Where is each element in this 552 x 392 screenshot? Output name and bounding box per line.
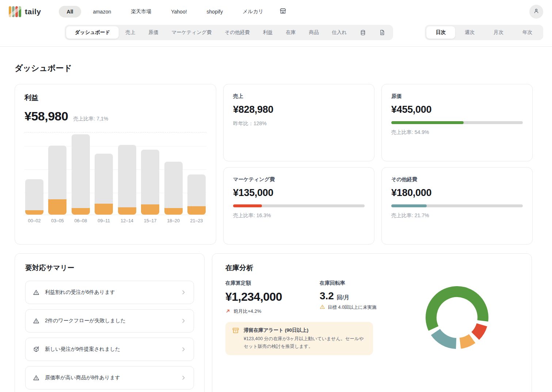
list-item-text: 利益割れの受注が6件あります	[45, 289, 115, 296]
channel-tab-store[interactable]	[275, 5, 291, 19]
list-item[interactable]: 2件のワークフローが失敗しました	[25, 309, 194, 333]
list-item-text: 2件のワークフローが失敗しました	[45, 318, 126, 324]
nav-tab-マーケティング費[interactable]: マーケティング費	[165, 26, 218, 39]
main-content: ダッシュボード 利益 ¥58,980 売上比率: 7,1% 00–0203–05…	[0, 47, 552, 392]
bar-profit-segment	[164, 208, 183, 215]
nav-tab-ダッシュボード[interactable]: ダッシュボード	[66, 26, 119, 39]
person-icon	[533, 8, 540, 16]
action-summary-title: 要対応サマリー	[25, 263, 194, 273]
warning-icon	[320, 304, 325, 311]
other-expense-card: その他経費 ¥180,000 売上比率: 21.7%	[381, 167, 533, 245]
bar-21–23	[187, 174, 206, 215]
alert-body: ¥123,400 分の在庫が3ヶ月以上動いていません。セールやセット販売の検討を…	[244, 335, 366, 350]
action-summary-list: 利益割れの受注が6件あります2件のワークフローが失敗しました新しい発注が9件提案…	[25, 281, 194, 389]
bar-profit-segment	[141, 204, 159, 215]
inventory-title: 在庫分析	[225, 263, 518, 273]
x-tick-label: 03–05	[48, 218, 66, 223]
nav-document-icon[interactable]	[373, 27, 392, 38]
other-expense-sub: 売上比率: 21.7%	[391, 212, 523, 219]
bar-profit-segment	[72, 208, 90, 215]
x-tick-label: 00–02	[25, 218, 43, 223]
nav-tab-利益[interactable]: 利益	[256, 26, 279, 39]
action-summary-card: 要対応サマリー 利益割れの受注が6件あります2件のワークフローが失敗しました新し…	[15, 253, 205, 392]
list-item[interactable]: 利益割れの受注が6件あります	[25, 281, 194, 304]
channel-tab-shopify[interactable]: shopify	[199, 6, 231, 18]
marketing-card: マーケティング費 ¥135,000 売上比率: 16.3%	[223, 167, 374, 245]
channel-tab-楽天市場[interactable]: 楽天市場	[123, 5, 159, 18]
period-tab-月次[interactable]: 月次	[484, 26, 513, 39]
cost-card: 原価 ¥455,000 売上比率: 54.9%	[381, 84, 533, 161]
period-tabs: 日次週次月次年次	[425, 25, 543, 40]
alert-title: 滞留在庫アラート (90日以上)	[244, 327, 366, 334]
cost-progress-bar	[391, 121, 523, 124]
taily-logo-icon	[9, 6, 21, 17]
marketing-label: マーケティング費	[233, 176, 365, 183]
chevron-right-icon	[180, 375, 186, 381]
nav-tab-商品[interactable]: 商品	[302, 26, 325, 39]
inventory-turnover-label: 在庫回転率	[320, 280, 377, 287]
bar-profit-segment	[48, 199, 66, 215]
bar-chart-x-labels: 00–0203–0506–0809–1112–1415–1718–2021–23	[24, 218, 206, 223]
channel-tab-メルカリ[interactable]: メルカリ	[235, 5, 271, 18]
bar-profit-segment	[95, 204, 113, 215]
profit-hourly-bar-chart	[24, 135, 206, 215]
period-tab-年次[interactable]: 年次	[513, 26, 542, 39]
bar-profit-segment	[25, 210, 43, 215]
inventory-turnover-warning: 目標 4.0回以上に未実施	[328, 304, 377, 311]
bar-profit-segment	[187, 206, 206, 215]
storefront-icon	[279, 8, 286, 16]
list-item[interactable]: 新しい発注が9件提案されました	[25, 338, 194, 361]
brand-name: taily	[25, 7, 41, 16]
stagnant-stock-alert: 滞留在庫アラート (90日以上) ¥123,400 分の在庫が3ヶ月以上動いてい…	[225, 322, 373, 355]
channel-tab-all[interactable]: All	[59, 6, 81, 18]
channel-tab-Yahoo![interactable]: Yahoo!	[163, 6, 195, 18]
inventory-turnover-unit: 回/月	[337, 294, 349, 301]
profit-card-title: 利益	[24, 93, 206, 103]
bar-06–08	[72, 134, 90, 215]
bar-18–20	[164, 162, 183, 215]
nav-tab-仕入れ[interactable]: 仕入れ	[325, 26, 353, 39]
other-expense-value: ¥180,000	[391, 187, 523, 199]
list-item[interactable]: 原価率が高い商品が8件あります	[25, 366, 194, 389]
user-avatar[interactable]	[529, 5, 543, 19]
top-bar: taily Allamazon楽天市場Yahoo!shopifyメルカリ	[0, 0, 552, 23]
channel-tab-amazon[interactable]: amazon	[85, 6, 119, 18]
cost-value: ¥455,000	[391, 104, 523, 115]
list-item-text: 原価率が高い商品が8件あります	[45, 374, 120, 381]
divider	[24, 132, 206, 132]
sales-value: ¥828,980	[233, 104, 365, 115]
nav-tab-売上[interactable]: 売上	[119, 26, 142, 39]
sales-card: 売上 ¥828,980 昨年比：128%	[223, 84, 374, 161]
chevron-right-icon	[180, 318, 186, 324]
profit-ratio: 売上比率: 7,1%	[73, 116, 108, 122]
x-tick-label: 21–23	[187, 218, 206, 223]
bar-profit-segment	[118, 207, 136, 215]
app-header: taily Allamazon楽天市場Yahoo!shopifyメルカリ ダッシ…	[0, 0, 552, 47]
nav-database-icon[interactable]	[353, 27, 373, 39]
nav-tab-原価[interactable]: 原価	[142, 26, 165, 39]
chevron-right-icon	[180, 346, 186, 352]
warning-icon	[33, 289, 39, 296]
channel-tabs: Allamazon楽天市場Yahoo!shopifyメルカリ	[59, 5, 291, 19]
chevron-right-icon	[180, 289, 186, 295]
bar-03–05	[48, 146, 66, 215]
marketing-progress-bar	[233, 204, 365, 207]
period-tab-日次[interactable]: 日次	[426, 26, 455, 39]
warning-icon	[33, 318, 39, 324]
inventory-valuation-label: 在庫算定額	[225, 280, 320, 287]
sales-label: 売上	[233, 93, 365, 100]
x-tick-label: 12–14	[118, 218, 136, 223]
brand: taily	[9, 6, 41, 17]
bar-12–14	[118, 145, 136, 215]
archive-box-icon	[232, 327, 239, 350]
other-expense-progress-bar	[391, 204, 523, 207]
warning-icon	[33, 374, 39, 381]
period-tab-週次[interactable]: 週次	[455, 26, 484, 39]
page-title: ダッシュボード	[15, 63, 537, 74]
section-tabs: ダッシュボード売上原価マーケティング費その他経費利益在庫商品仕入れ	[65, 25, 393, 40]
nav-tab-在庫[interactable]: 在庫	[279, 26, 302, 39]
donut-segment-green	[423, 283, 491, 352]
profit-value: ¥58,980	[24, 109, 68, 123]
inventory-valuation-delta: 前月比+4.2%	[233, 308, 261, 315]
nav-tab-その他経費[interactable]: その他経費	[218, 26, 256, 39]
